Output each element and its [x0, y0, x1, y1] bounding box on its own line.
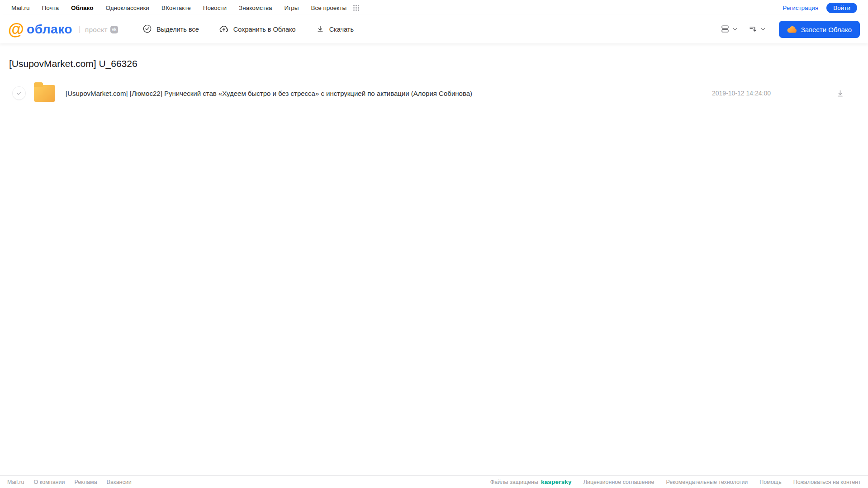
download-label: Скачать — [329, 26, 354, 33]
portal-link-mail[interactable]: Почта — [42, 5, 59, 11]
footer-link-report-content[interactable]: Пожаловаться на контент — [793, 479, 861, 485]
footer-left-links: Mail.ru О компании Реклама Вакансии — [7, 479, 132, 485]
footer-link-about[interactable]: О компании — [34, 479, 65, 485]
mailru-at-icon: @ — [8, 21, 24, 38]
footer-right-links: Файлы защищены kaspersky Лицензионное со… — [490, 479, 861, 485]
footer-link-license[interactable]: Лицензионное соглашение — [583, 479, 655, 485]
portal-nav-links: Mail.ru Почта Облако Одноклассники ВКонт… — [11, 5, 360, 11]
cloud-header: @ облако | проект vk Выделить все Сохран… — [0, 15, 868, 43]
header-right-controls: Завести Облако — [717, 21, 860, 38]
footer: Mail.ru О компании Реклама Вакансии Файл… — [0, 475, 868, 488]
portal-link-all-projects[interactable]: Все проекты — [311, 5, 346, 11]
project-label: проект — [85, 26, 108, 33]
portal-link-mailru[interactable]: Mail.ru — [11, 5, 30, 11]
download-icon — [316, 24, 325, 35]
footer-link-recommendation-tech[interactable]: Рекомендательные технологии — [666, 479, 748, 485]
list-view-icon — [720, 24, 730, 35]
download-button[interactable]: Скачать — [316, 24, 354, 35]
file-date: 2019-10-12 14:24:00 — [712, 90, 771, 97]
cloud-logo-text: облако — [27, 22, 72, 37]
chevron-down-icon — [732, 26, 738, 33]
login-button[interactable]: Войти — [826, 3, 857, 13]
row-download-button[interactable] — [834, 87, 846, 99]
portal-nav: Mail.ru Почта Облако Одноклассники ВКонт… — [0, 0, 868, 15]
check-circle-icon — [142, 24, 152, 35]
file-row[interactable]: [UsupovMarket.com] [Люмос22] Рунический … — [9, 82, 859, 104]
kaspersky-protection: Файлы защищены kaspersky — [490, 479, 572, 485]
select-all-button[interactable]: Выделить все — [142, 24, 199, 35]
sort-button[interactable] — [745, 21, 769, 38]
file-toolbar: Выделить все Сохранить в Облако Скачать — [142, 24, 354, 35]
create-cloud-label: Завести Облако — [801, 26, 852, 33]
portal-nav-auth: Регистрация Войти — [783, 3, 857, 13]
vk-icon: vk — [110, 26, 118, 33]
file-name-link[interactable]: [UsupovMarket.com] [Люмос22] Рунический … — [66, 90, 712, 97]
footer-link-jobs[interactable]: Вакансии — [107, 479, 132, 485]
files-protected-label: Файлы защищены — [490, 479, 538, 485]
footer-link-mailru[interactable]: Mail.ru — [7, 479, 24, 485]
logo-divider: | — [79, 25, 81, 33]
file-list-area: [UsupovMarket.com] U_66326 [UsupovMarket… — [0, 58, 868, 104]
portal-link-news[interactable]: Новости — [203, 5, 227, 11]
cloud-upload-icon — [219, 24, 229, 35]
portal-link-games[interactable]: Игры — [285, 5, 299, 11]
chevron-down-icon — [760, 26, 766, 33]
select-all-label: Выделить все — [157, 26, 199, 33]
footer-link-help[interactable]: Помощь — [759, 479, 781, 485]
footer-link-ads[interactable]: Реклама — [74, 479, 97, 485]
portal-link-odnoklassniki[interactable]: Одноклассники — [105, 5, 149, 11]
create-cloud-button[interactable]: Завести Облако — [779, 21, 860, 38]
save-to-cloud-button[interactable]: Сохранить в Облако — [219, 24, 296, 35]
cloud-logo[interactable]: @ облако | проект vk — [8, 21, 142, 38]
sort-icon — [748, 24, 758, 35]
portal-link-cloud[interactable]: Облако — [71, 5, 93, 11]
registration-link[interactable]: Регистрация — [783, 5, 818, 11]
apps-grid-icon[interactable] — [353, 5, 360, 11]
save-to-cloud-label: Сохранить в Облако — [233, 26, 296, 33]
cloud-icon — [787, 26, 797, 33]
view-mode-button[interactable] — [717, 21, 741, 38]
folder-icon — [34, 85, 55, 102]
kaspersky-logo[interactable]: kaspersky — [541, 479, 572, 485]
row-checkbox[interactable] — [12, 86, 26, 100]
portal-link-vkontakte[interactable]: ВКонтакте — [161, 5, 191, 11]
page-title: [UsupovMarket.com] U_66326 — [9, 58, 859, 69]
portal-link-dating[interactable]: Знакомства — [239, 5, 272, 11]
